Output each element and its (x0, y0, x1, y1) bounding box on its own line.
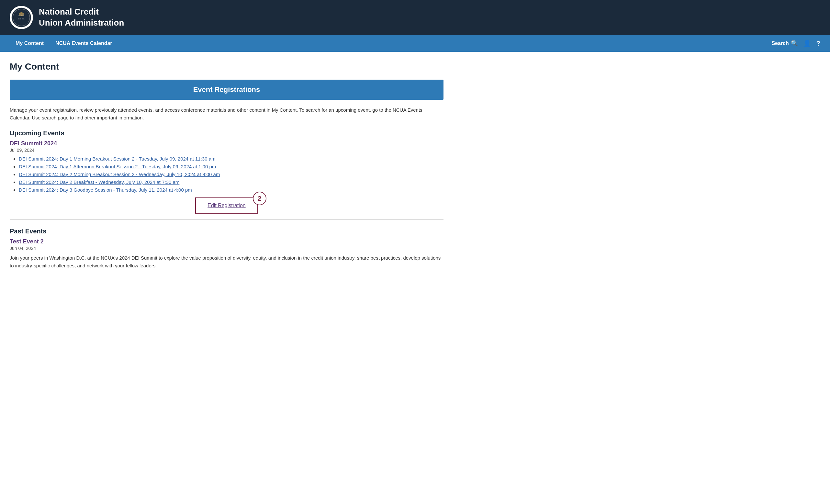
event-registrations-banner: Event Registrations (10, 80, 444, 100)
edit-registration-button[interactable]: Edit Registration (208, 202, 245, 209)
session-link-1[interactable]: DEI Summit 2024: Day 1 Afternoon Breakou… (19, 164, 216, 169)
search-icon[interactable]: 🔍 (791, 40, 798, 47)
edit-reg-box: Edit Registration 2 (195, 197, 258, 214)
upcoming-heading: Upcoming Events (10, 129, 444, 137)
site-header: NCUA EST. 1934 National Credit Union Adm… (0, 0, 830, 35)
nav-events-calendar[interactable]: NCUA Events Calendar (50, 35, 118, 52)
section-divider (10, 219, 444, 220)
nav-my-content[interactable]: My Content (10, 35, 50, 52)
page-title: My Content (10, 62, 444, 72)
event-date-0: Jul 09, 2024 (10, 148, 444, 153)
event-title-link-0[interactable]: DEI Summit 2024 (10, 140, 57, 147)
user-icon[interactable]: 👤 (803, 39, 811, 47)
svg-text:EST. 1934: EST. 1934 (19, 18, 25, 20)
session-link-3[interactable]: DEI Summit 2024: Day 2 Breakfast - Wedne… (19, 179, 179, 185)
session-link-2[interactable]: DEI Summit 2024: Day 2 Morning Breakout … (19, 171, 220, 177)
org-logo: NCUA EST. 1934 (10, 6, 33, 29)
description-text: Manage your event registration, review p… (10, 106, 444, 122)
session-list-0: DEI Summit 2024: Day 1 Morning Breakout … (19, 156, 444, 193)
session-item-4: DEI Summit 2024: Day 3 Goodbye Session -… (19, 187, 444, 193)
nav-bar: My Content NCUA Events Calendar Search 🔍… (0, 35, 830, 52)
session-item-0: DEI Summit 2024: Day 1 Morning Breakout … (19, 156, 444, 162)
nav-links: My Content NCUA Events Calendar (10, 35, 771, 52)
annotation-circle: 2 (253, 192, 266, 205)
svg-point-0 (12, 8, 31, 27)
nav-right: Search 🔍 👤 ? (771, 39, 820, 47)
org-name: National Credit Union Administration (39, 6, 124, 29)
session-item-1: DEI Summit 2024: Day 1 Afternoon Breakou… (19, 164, 444, 169)
past-event-0: Test Event 2 Jun 04, 2024 Join your peer… (10, 238, 444, 270)
help-icon[interactable]: ? (817, 40, 820, 47)
past-event-title-link-0[interactable]: Test Event 2 (10, 238, 44, 245)
session-item-2: DEI Summit 2024: Day 2 Morning Breakout … (19, 171, 444, 178)
past-heading: Past Events (10, 227, 444, 235)
past-event-desc-0: Join your peers in Washington D.C. at th… (10, 254, 444, 270)
search-label: Search (771, 40, 789, 46)
search-area[interactable]: Search 🔍 (771, 40, 798, 47)
session-link-4[interactable]: DEI Summit 2024: Day 3 Goodbye Session -… (19, 187, 192, 193)
edit-reg-area: Edit Registration 2 (10, 197, 444, 214)
session-link-0[interactable]: DEI Summit 2024: Day 1 Morning Breakout … (19, 156, 216, 161)
session-item-3: DEI Summit 2024: Day 2 Breakfast - Wedne… (19, 179, 444, 185)
past-event-date-0: Jun 04, 2024 (10, 246, 444, 251)
upcoming-event-0: DEI Summit 2024 Jul 09, 2024 DEI Summit … (10, 140, 444, 214)
main-content: My Content Event Registrations Manage yo… (0, 52, 453, 283)
